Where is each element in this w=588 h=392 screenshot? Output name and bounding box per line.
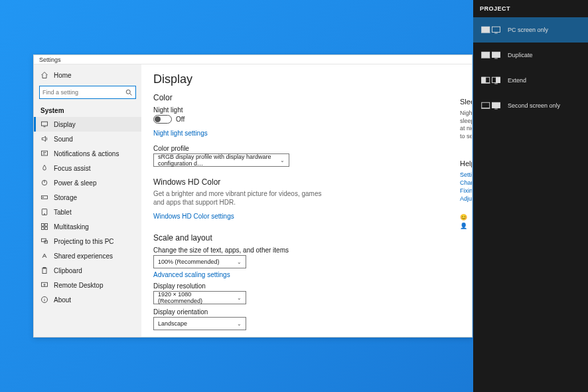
titlebar: Settings xyxy=(34,55,472,64)
svg-rect-30 xyxy=(492,52,500,57)
nav-remote[interactable]: Remote Desktop xyxy=(34,278,141,292)
feedback-row[interactable]: 👤 xyxy=(460,223,472,229)
notifications-icon xyxy=(40,149,48,157)
nav-projecting[interactable]: Projecting to this PC xyxy=(34,234,141,248)
svg-rect-4 xyxy=(42,151,48,155)
page-title: Display xyxy=(153,72,460,86)
svg-rect-12 xyxy=(45,224,48,227)
chevron-down-icon: ⌄ xyxy=(237,321,242,327)
svg-rect-13 xyxy=(42,227,44,230)
nav-list: Display Sound Notifications & actions Fo… xyxy=(34,117,141,307)
night-light-link[interactable]: Night light settings xyxy=(153,130,208,137)
svg-rect-38 xyxy=(482,102,490,108)
color-profile-select[interactable]: sRGB display profile with display hardwa… xyxy=(153,153,289,167)
window-title: Settings xyxy=(39,56,61,63)
nav-tablet[interactable]: Tablet xyxy=(34,205,141,219)
help-link[interactable]: Chan xyxy=(460,179,472,186)
display-icon xyxy=(40,120,48,128)
orient-label: Display orientation xyxy=(153,308,460,316)
res-select[interactable]: 1920 × 1080 (Recommended) ⌄ xyxy=(153,291,246,304)
nav-power[interactable]: Power & sleep xyxy=(34,175,141,190)
scale-select[interactable]: 100% (Recommended) ⌄ xyxy=(153,255,246,268)
chevron-down-icon: ⌄ xyxy=(237,259,242,265)
feedback-row[interactable]: 😊 xyxy=(460,214,472,221)
svg-line-1 xyxy=(130,94,132,96)
nav-display[interactable]: Display xyxy=(34,117,141,132)
svg-rect-11 xyxy=(42,224,44,227)
nav-multitasking[interactable]: Multitasking xyxy=(34,219,141,234)
tablet-icon xyxy=(40,208,48,216)
nav-sound[interactable]: Sound xyxy=(34,132,141,146)
multitasking-icon xyxy=(40,223,48,231)
settings-window: Settings Home System Display Sound Notif… xyxy=(33,54,473,338)
power-icon xyxy=(40,179,48,187)
hd-header: Windows HD Color xyxy=(153,177,460,187)
second-screen-only-icon xyxy=(481,100,501,112)
night-light-toggle[interactable] xyxy=(153,115,172,124)
project-pc-screen-only[interactable]: PC screen only xyxy=(473,17,588,43)
project-flyout: PROJECT PC screen only Duplicate Extend … xyxy=(473,0,588,392)
svg-rect-28 xyxy=(482,52,490,57)
home-icon xyxy=(40,71,48,79)
svg-point-0 xyxy=(126,90,130,94)
svg-rect-40 xyxy=(492,102,500,108)
nav-storage[interactable]: Storage xyxy=(34,190,141,205)
nav-clipboard[interactable]: Clipboard xyxy=(34,263,141,278)
svg-point-8 xyxy=(42,197,43,197)
chevron-down-icon: ⌄ xyxy=(280,157,285,163)
hd-link[interactable]: Windows HD Color settings xyxy=(153,213,234,220)
svg-rect-2 xyxy=(42,122,48,126)
section-label: System xyxy=(34,103,141,117)
project-duplicate[interactable]: Duplicate xyxy=(473,43,588,68)
night-light-state: Off xyxy=(176,116,184,123)
sound-icon xyxy=(40,135,48,143)
res-label: Display resolution xyxy=(153,282,460,290)
project-header: PROJECT xyxy=(473,0,588,17)
sidebar: Home System Display Sound Notifications … xyxy=(34,64,141,337)
feedback-icon: 😊 xyxy=(460,214,467,221)
svg-rect-26 xyxy=(492,27,500,32)
svg-rect-36 xyxy=(496,77,500,82)
orient-select[interactable]: Landscape ⌄ xyxy=(153,317,246,330)
shared-icon xyxy=(40,252,48,260)
night-light-label: Night light xyxy=(153,106,460,114)
focus-icon xyxy=(40,164,48,172)
nav-shared[interactable]: Shared experiences xyxy=(34,248,141,263)
color-header: Color xyxy=(153,93,460,102)
hd-desc: Get a brighter and more vibrant picture … xyxy=(153,189,326,207)
projecting-icon xyxy=(40,237,48,245)
search-box[interactable] xyxy=(39,86,136,99)
svg-rect-18 xyxy=(42,268,46,273)
help-header: Help xyxy=(460,159,472,167)
project-extend[interactable]: Extend xyxy=(473,68,588,93)
home-button[interactable]: Home xyxy=(34,68,141,82)
extend-icon xyxy=(481,74,501,86)
help-link[interactable]: Adju xyxy=(460,195,472,202)
nav-notifications[interactable]: Notifications & actions xyxy=(34,146,141,161)
scale-header: Scale and layout xyxy=(153,233,460,243)
scale-link[interactable]: Advanced scaling settings xyxy=(153,271,460,278)
side-column: Sleep Nigh sleep at nig to set Help Sett… xyxy=(460,98,472,231)
svg-rect-33 xyxy=(482,77,486,82)
clipboard-icon xyxy=(40,266,48,274)
color-profile-label: Color profile xyxy=(153,145,460,152)
about-icon xyxy=(40,296,48,304)
storage-icon xyxy=(40,193,48,201)
home-label: Home xyxy=(54,72,72,79)
help-link[interactable]: Setti xyxy=(460,171,472,178)
search-input[interactable] xyxy=(42,89,125,96)
nav-focus[interactable]: Focus assist xyxy=(34,161,141,175)
sleep-header: Sleep xyxy=(460,98,472,106)
help-link[interactable]: Fixin xyxy=(460,187,472,194)
person-icon: 👤 xyxy=(460,223,467,229)
content-pane: Display Color Night light Off Night ligh… xyxy=(141,64,472,337)
sleep-text: Nigh sleep at nig to set xyxy=(460,110,472,141)
svg-point-10 xyxy=(44,214,45,215)
search-icon xyxy=(125,88,133,96)
nav-about[interactable]: About xyxy=(34,292,141,307)
scale-label: Change the size of text, apps, and other… xyxy=(153,246,460,254)
svg-rect-15 xyxy=(42,239,46,242)
chevron-down-icon: ⌄ xyxy=(237,295,242,301)
svg-rect-14 xyxy=(45,227,48,230)
project-second-screen-only[interactable]: Second screen only xyxy=(473,93,588,118)
